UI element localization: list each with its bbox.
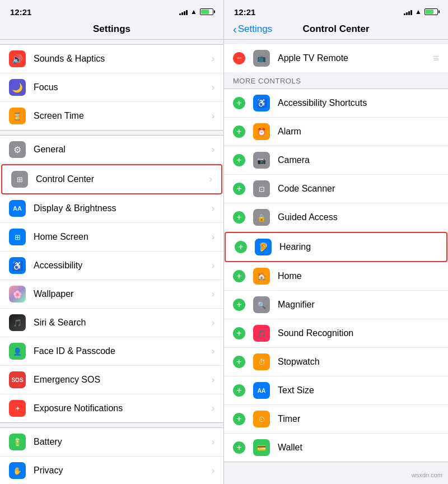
cc-remove-btn-appletv[interactable]: − bbox=[233, 52, 245, 64]
cc-icon-alarm: ⏰ bbox=[253, 123, 270, 140]
cc-add-btn-stopwatch[interactable]: + bbox=[233, 356, 245, 368]
cc-item-camera[interactable]: + 📷 Camera bbox=[224, 146, 448, 175]
cc-icon-textsize: AA bbox=[253, 382, 270, 399]
cc-add-btn-accessibility[interactable]: + bbox=[233, 97, 245, 109]
faceid-label: Face ID & Passcode bbox=[34, 346, 212, 356]
siri-label: Siri & Search bbox=[34, 318, 212, 328]
cc-label-soundrecognition: Sound Recognition bbox=[278, 328, 439, 338]
display-chevron: › bbox=[212, 203, 214, 213]
status-icons-right: ▲ bbox=[404, 8, 438, 16]
back-chevron-icon: ‹ bbox=[233, 24, 237, 35]
wifi-icon-right: ▲ bbox=[415, 8, 422, 16]
settings-item-privacy[interactable]: ✋ Privacy › bbox=[0, 457, 223, 484]
settings-item-focus[interactable]: 🌙 Focus › bbox=[0, 73, 223, 102]
cc-item-soundrecognition[interactable]: + 🎵 Sound Recognition bbox=[224, 319, 448, 348]
cc-item-hearing[interactable]: + 🦻 Hearing bbox=[225, 232, 447, 262]
settings-item-siri[interactable]: 🎵 Siri & Search › bbox=[0, 309, 223, 337]
cc-add-btn-wallet[interactable]: + bbox=[233, 441, 245, 454]
cc-icon-camera: 📷 bbox=[253, 152, 270, 169]
focus-label: Focus bbox=[34, 82, 212, 92]
cc-add-btn-timer[interactable]: + bbox=[233, 413, 245, 425]
settings-item-battery[interactable]: 🔋 Battery › bbox=[0, 428, 223, 457]
battery-chevron: › bbox=[212, 437, 214, 447]
cc-add-btn-home[interactable]: + bbox=[233, 270, 245, 282]
cc-item-textsize[interactable]: + AA Text Size bbox=[224, 376, 448, 405]
cc-icon-codescanner: ⊡ bbox=[253, 180, 270, 197]
page-title-right: Control Center bbox=[303, 24, 370, 35]
cc-add-btn-camera[interactable]: + bbox=[233, 154, 245, 166]
settings-item-emergency[interactable]: SOS Emergency SOS › bbox=[0, 366, 223, 394]
privacy-chevron: › bbox=[212, 466, 214, 476]
homescreen-label: Home Screen bbox=[34, 232, 212, 242]
cc-label-codescanner: Code Scanner bbox=[278, 184, 439, 194]
wallpaper-icon: 🌸 bbox=[9, 286, 26, 302]
settings-item-faceid[interactable]: 👤 Face ID & Passcode › bbox=[0, 337, 223, 366]
battery-icon-right bbox=[424, 8, 438, 15]
emergency-chevron: › bbox=[212, 375, 214, 385]
cc-item-appletv[interactable]: − 📺 Apple TV Remote ≡ bbox=[224, 44, 448, 72]
cc-icon-soundrecognition: 🎵 bbox=[253, 325, 270, 342]
cc-label-home: Home bbox=[278, 271, 439, 281]
settings-item-sounds[interactable]: 🔊 Sounds & Haptics › bbox=[0, 45, 223, 73]
settings-item-screentime[interactable]: ⌛ Screen Time › bbox=[0, 102, 223, 130]
cc-drag-handle-appletv[interactable]: ≡ bbox=[433, 53, 439, 64]
accessibility-icon: ♿ bbox=[9, 257, 26, 274]
cc-item-wallet[interactable]: + 💳 Wallet bbox=[224, 434, 448, 462]
cc-add-btn-codescanner[interactable]: + bbox=[233, 183, 245, 195]
cc-label-hearing: Hearing bbox=[279, 242, 437, 252]
cc-item-timer[interactable]: + ⏲ Timer bbox=[224, 405, 448, 434]
cc-item-magnifier[interactable]: + 🔍 Magnifier bbox=[224, 291, 448, 319]
settings-item-homescreen[interactable]: ⊞ Home Screen › bbox=[0, 223, 223, 252]
accessibility-label: Accessibility bbox=[34, 260, 212, 271]
cc-item-stopwatch[interactable]: + ⏱ Stopwatch bbox=[224, 348, 448, 376]
exposure-label: Exposure Notifications bbox=[34, 403, 212, 413]
back-button[interactable]: ‹ Settings bbox=[233, 24, 272, 35]
cc-icon-appletv: 📺 bbox=[253, 50, 270, 67]
cc-more-controls-group: + ♿ Accessibility Shortcuts + ⏰ Alarm + … bbox=[224, 89, 448, 462]
siri-icon: 🎵 bbox=[9, 314, 26, 331]
cc-add-btn-alarm[interactable]: + bbox=[233, 125, 245, 138]
nav-header-right: ‹ Settings Control Center bbox=[224, 20, 448, 40]
cc-add-btn-textsize[interactable]: + bbox=[233, 384, 245, 397]
back-label: Settings bbox=[238, 24, 272, 35]
general-label: General bbox=[34, 145, 212, 155]
focus-chevron: › bbox=[212, 82, 214, 92]
exposure-icon: ✦ bbox=[9, 400, 26, 417]
page-title-left: Settings bbox=[9, 24, 214, 35]
battery-label: Battery bbox=[34, 437, 212, 447]
settings-item-exposure[interactable]: ✦ Exposure Notifications › bbox=[0, 394, 223, 422]
accessibility-chevron: › bbox=[212, 260, 214, 271]
cc-add-btn-guidedaccess[interactable]: + bbox=[233, 211, 245, 224]
cc-item-guidedaccess[interactable]: + 🔒 Guided Access bbox=[224, 203, 448, 232]
status-icons-left: ▲ bbox=[179, 8, 213, 16]
settings-list: 🔊 Sounds & Haptics › 🌙 Focus › ⌛ Screen … bbox=[0, 40, 223, 484]
homescreen-icon: ⊞ bbox=[9, 229, 26, 245]
settings-item-wallpaper[interactable]: 🌸 Wallpaper › bbox=[0, 280, 223, 309]
cc-add-btn-soundrecognition[interactable]: + bbox=[233, 327, 245, 339]
watermark: wsxdn.com bbox=[412, 472, 442, 478]
privacy-icon: ✋ bbox=[9, 462, 26, 479]
status-bar-right: 12:21 ▲ bbox=[224, 0, 448, 20]
cc-add-btn-magnifier[interactable]: + bbox=[233, 299, 245, 311]
cc-item-accessibility-shortcuts[interactable]: + ♿ Accessibility Shortcuts bbox=[224, 89, 448, 118]
battery-icon-item: 🔋 bbox=[9, 434, 26, 450]
cc-label-alarm: Alarm bbox=[278, 127, 439, 137]
sounds-label: Sounds & Haptics bbox=[34, 54, 212, 64]
nav-header-left: Settings bbox=[0, 20, 223, 40]
left-panel: 12:21 ▲ Settings 🔊 Sounds & Haptics › bbox=[0, 0, 224, 484]
settings-item-controlcenter[interactable]: ⊞ Control Center › bbox=[1, 164, 222, 194]
cc-item-alarm[interactable]: + ⏰ Alarm bbox=[224, 118, 448, 146]
cc-label-timer: Timer bbox=[278, 414, 439, 424]
settings-group-2: ⚙ General › ⊞ Control Center › AA Displa… bbox=[0, 135, 223, 423]
display-label: Display & Brightness bbox=[34, 203, 212, 213]
control-center-content: − 📺 Apple TV Remote ≡ MORE CONTROLS + ♿ … bbox=[224, 40, 448, 484]
controlcenter-chevron: › bbox=[209, 174, 212, 184]
settings-item-accessibility[interactable]: ♿ Accessibility › bbox=[0, 252, 223, 280]
controlcenter-icon: ⊞ bbox=[11, 171, 28, 188]
cc-add-btn-hearing[interactable]: + bbox=[235, 241, 247, 253]
settings-item-general[interactable]: ⚙ General › bbox=[0, 136, 223, 164]
faceid-icon: 👤 bbox=[9, 343, 26, 360]
settings-item-display[interactable]: AA Display & Brightness › bbox=[0, 194, 223, 223]
cc-item-codescanner[interactable]: + ⊡ Code Scanner bbox=[224, 175, 448, 203]
cc-item-home[interactable]: + 🏠 Home bbox=[224, 262, 448, 291]
